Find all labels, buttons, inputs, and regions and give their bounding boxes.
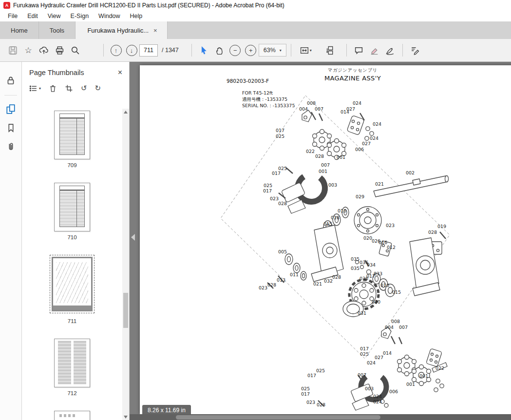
tab-close-icon[interactable]: ×	[153, 27, 157, 34]
thumbnail-options-button[interactable]: ▾	[29, 84, 41, 93]
select-tool-button[interactable]	[196, 42, 212, 58]
bookmarks-tab[interactable]	[4, 121, 18, 134]
security-button[interactable]	[4, 74, 18, 87]
zoom-level-value: 63%	[264, 47, 276, 54]
visible-area-indicator[interactable]	[53, 305, 91, 310]
search-button[interactable]	[67, 42, 83, 58]
rotate-left-button[interactable]: ↺	[81, 84, 87, 93]
scrollbar-thumb[interactable]	[176, 415, 380, 420]
part-callout: 025	[301, 386, 310, 391]
fit-width-button[interactable]: ▾	[296, 42, 316, 58]
crop-pages-button[interactable]	[65, 84, 73, 93]
scroll-down-icon[interactable]	[124, 416, 128, 419]
fill-sign-icon	[410, 46, 420, 55]
tab-home[interactable]: Home	[0, 21, 39, 39]
page-thumbnail[interactable]: 709	[54, 111, 90, 168]
tab-bar: Home Tools Furukawa Hydraulic... ×	[0, 21, 511, 39]
hand-tool-button[interactable]	[212, 42, 227, 58]
part-callout: 024	[353, 100, 361, 106]
thumbnail-image	[54, 111, 90, 159]
part-callout: 017	[263, 188, 272, 193]
part-callout: 004	[299, 106, 308, 112]
menu-file[interactable]: File	[3, 13, 22, 19]
previous-page-button[interactable]: ↑	[108, 42, 124, 58]
toolbar-separator	[291, 44, 291, 57]
thumbnail-selection-frame	[50, 255, 95, 313]
main-area: Page Thumbnails × ▾ ↺ ↻	[0, 62, 511, 420]
part-callout: 001	[419, 373, 428, 379]
scroll-up-icon[interactable]	[124, 111, 128, 114]
attachments-tab[interactable]	[4, 139, 18, 153]
menu-view[interactable]: View	[43, 13, 66, 19]
menu-edit[interactable]: Edit	[22, 13, 43, 19]
fill-sign-button[interactable]	[407, 42, 423, 58]
panel-collapse-icon[interactable]	[131, 234, 135, 241]
part-callout: 017	[272, 171, 281, 176]
comment-button[interactable]	[351, 42, 367, 58]
page-number-input[interactable]: 711	[139, 44, 158, 57]
bookmark-icon	[6, 123, 16, 133]
thumbnail-page-number: 710	[54, 234, 90, 240]
highlight-button[interactable]	[367, 42, 382, 58]
part-callout: 021	[313, 281, 322, 286]
print-button[interactable]	[52, 42, 67, 58]
menu-esign[interactable]: E-Sign	[66, 13, 94, 19]
share-button[interactable]	[36, 42, 52, 58]
navigation-rail	[0, 62, 22, 420]
page-thumbnail-selected[interactable]: 711	[50, 255, 95, 324]
window-title: Furukawa Hydraulic Crawler Drill HCR1200…	[13, 2, 284, 9]
part-callout: 003	[328, 182, 337, 188]
fountain-pen-icon	[385, 46, 395, 55]
menu-window[interactable]: Window	[94, 13, 125, 19]
rotate-right-button[interactable]: ↻	[95, 84, 101, 93]
page-thumbnails-icon	[5, 104, 16, 115]
save-button[interactable]	[5, 42, 20, 58]
part-callout: 017	[276, 128, 284, 133]
part-callout: 010	[338, 208, 346, 213]
delete-pages-button[interactable]	[49, 84, 57, 93]
page-thumbnails-tab[interactable]	[4, 102, 18, 116]
part-callout: 020	[363, 235, 372, 241]
zoom-in-button[interactable]: +	[243, 42, 259, 58]
sign-button[interactable]	[382, 42, 398, 58]
part-callout: 016	[379, 240, 387, 245]
part-callout: 005	[278, 249, 287, 254]
part-callout: 007	[321, 162, 330, 168]
toolbar-separator	[402, 44, 403, 57]
part-callout: 015	[323, 221, 332, 227]
page-thumbnail[interactable]: 710	[54, 183, 90, 240]
tab-tools[interactable]: Tools	[39, 21, 76, 39]
part-callout: 004	[385, 325, 394, 330]
part-callout: 025	[360, 351, 369, 357]
tab-document[interactable]: Furukawa Hydraulic... ×	[76, 21, 168, 39]
page-thumbnail[interactable]: 712	[54, 339, 90, 396]
part-callout: 010	[380, 283, 389, 288]
star-button[interactable]: ☆	[20, 42, 36, 58]
part-callout: 001	[337, 154, 345, 160]
page-thumbnail[interactable]	[54, 411, 90, 420]
horizontal-scrollbar[interactable]	[130, 414, 511, 420]
part-callout: 028	[315, 153, 324, 159]
rail-divider	[4, 95, 17, 95]
part-callout: 021	[375, 181, 384, 187]
page-scrolling-icon	[326, 46, 335, 55]
next-page-button[interactable]: ↓	[124, 42, 139, 58]
panel-scrollbar[interactable]	[122, 109, 129, 420]
menu-help[interactable]: Help	[125, 13, 148, 19]
zoom-level-dropdown[interactable]: 63% ▾	[259, 44, 286, 57]
part-callout: 024	[373, 394, 382, 399]
panel-close-button[interactable]: ×	[118, 68, 122, 77]
part-callout: 029	[356, 194, 364, 199]
fit-width-icon	[300, 46, 310, 55]
thumbnail-image	[54, 411, 90, 420]
part-callout: 024	[370, 135, 379, 141]
page-display-button[interactable]	[323, 42, 339, 58]
part-callout: 023	[306, 400, 315, 405]
part-callout: 028	[267, 282, 276, 287]
tab-document-label: Furukawa Hydraulic...	[87, 27, 149, 34]
part-callout: 018	[331, 215, 340, 220]
page-up-icon: ↑	[111, 45, 122, 56]
zoom-out-button[interactable]: −	[227, 42, 243, 58]
scrollbar-thumb[interactable]	[123, 293, 128, 328]
part-callout: 024	[373, 399, 382, 404]
